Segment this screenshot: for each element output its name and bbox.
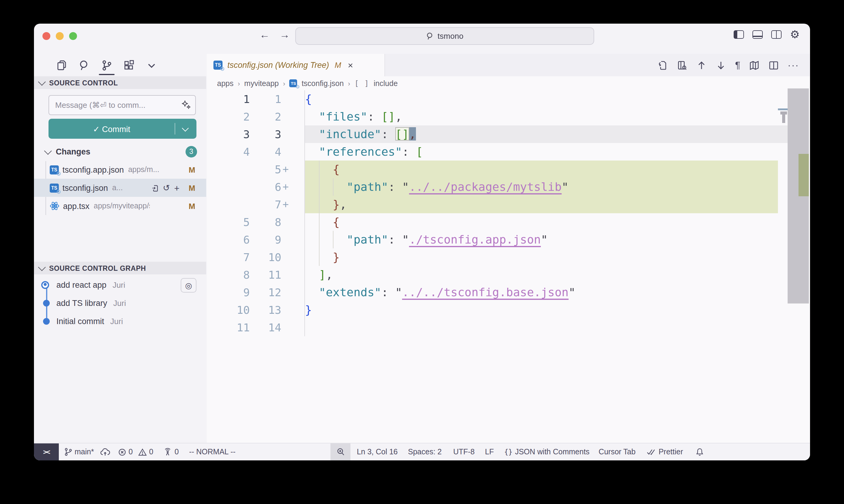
document-link[interactable]: ./tsconfig.app.json bbox=[409, 233, 541, 246]
vim-mode-indicator[interactable]: -- NORMAL -- bbox=[189, 448, 236, 456]
language-mode-item[interactable]: {} JSON with Comments bbox=[504, 448, 590, 456]
sparkle-ai-icon[interactable] bbox=[181, 100, 191, 110]
toggle-sidebar-icon[interactable] bbox=[734, 30, 744, 39]
code-line-4[interactable]: 44 "references": [ bbox=[207, 143, 810, 161]
commit-row-1[interactable]: add react appJuri◎ bbox=[34, 276, 206, 294]
commit-row-2[interactable]: add TS libraryJuri bbox=[34, 294, 206, 312]
zoom-magnifier-icon bbox=[337, 448, 345, 456]
modified-line-number: 2 bbox=[250, 108, 281, 125]
bell-icon[interactable] bbox=[695, 448, 704, 456]
commit-dropdown-button[interactable] bbox=[175, 126, 196, 131]
breadcrumb-separator: › bbox=[283, 80, 285, 87]
zoom-window-button[interactable] bbox=[69, 32, 77, 40]
code-line-3[interactable]: 33 "include": [], bbox=[207, 125, 810, 143]
code-line-8[interactable]: 58 { bbox=[207, 213, 810, 231]
breadcrumb-myviteapp[interactable]: myviteapp bbox=[244, 79, 279, 88]
tab-tsconfig-json[interactable]: TS⚙ tsconfig.json (Working Tree) M × bbox=[207, 54, 385, 76]
inline-view-icon[interactable] bbox=[677, 60, 688, 71]
remote-indicator[interactable]: >< bbox=[34, 443, 59, 461]
open-file-icon[interactable] bbox=[151, 184, 158, 192]
diff-added-marker: + bbox=[281, 161, 304, 178]
diff-added-marker bbox=[281, 90, 304, 108]
minimize-window-button[interactable] bbox=[56, 32, 64, 40]
ts-file-icon: TS⚙ bbox=[290, 79, 297, 87]
original-line-number: 9 bbox=[207, 284, 250, 301]
document-link[interactable]: ../../packages/mytslib bbox=[409, 180, 562, 193]
open-changes-icon[interactable] bbox=[657, 60, 669, 71]
diff-added-marker bbox=[281, 284, 304, 301]
modified-line-number: 4 bbox=[250, 143, 281, 161]
code-cell: "references": [ bbox=[304, 143, 810, 161]
source-control-graph-header[interactable]: SOURCE CONTROL GRAPH bbox=[34, 262, 206, 274]
command-center-search[interactable]: tsmono bbox=[295, 27, 594, 45]
source-control-icon[interactable] bbox=[101, 59, 113, 71]
code-line-11[interactable]: 811 ], bbox=[207, 266, 810, 284]
commit-button[interactable]: ✓ Commit bbox=[49, 119, 196, 139]
map-icon[interactable] bbox=[749, 60, 760, 71]
modified-line-number: 6 bbox=[250, 178, 281, 196]
diff-editor[interactable]: 11{22 "files": [],33 "include": [],44 "r… bbox=[207, 90, 810, 336]
code-line-9[interactable]: 69 "path": "./tsconfig.app.json" bbox=[207, 231, 810, 248]
nav-forward-icon[interactable]: → bbox=[279, 29, 290, 41]
toggle-panel-icon[interactable] bbox=[753, 30, 763, 39]
toggle-whitespace-icon[interactable]: ¶ bbox=[735, 60, 740, 71]
commit-message-input[interactable] bbox=[49, 95, 196, 115]
code-line-5[interactable]: 5+ { bbox=[207, 161, 810, 178]
file-name: app.tsx bbox=[63, 201, 89, 211]
code-cell: }, bbox=[304, 196, 810, 213]
code-line-13[interactable]: 1013} bbox=[207, 301, 810, 319]
formatter-item[interactable]: Prettier bbox=[646, 448, 683, 456]
code-line-2[interactable]: 22 "files": [], bbox=[207, 108, 810, 125]
toggle-secondary-sidebar-icon[interactable] bbox=[771, 30, 781, 39]
stage-changes-icon[interactable]: + bbox=[174, 184, 179, 192]
tab-close-icon[interactable]: × bbox=[348, 60, 353, 70]
changed-file-row-app.tsx[interactable]: app.tsxapps/myviteapp/sr...M bbox=[34, 197, 206, 215]
next-change-icon[interactable] bbox=[716, 60, 727, 71]
code-line-12[interactable]: 912 "extends": "../../tsconfig.base.json… bbox=[207, 284, 810, 301]
original-line-number: 2 bbox=[207, 108, 250, 125]
more-actions-icon[interactable]: ··· bbox=[788, 60, 799, 71]
vscode-window: ← → tsmono ⚙ bbox=[34, 24, 810, 461]
nav-back-icon[interactable]: ← bbox=[259, 29, 270, 41]
code-line-6[interactable]: 6+ "path": "../../packages/mytslib" bbox=[207, 178, 810, 196]
encoding-item[interactable]: UTF-8 bbox=[453, 448, 475, 456]
previous-change-icon[interactable] bbox=[696, 60, 707, 71]
ports-status-item[interactable]: 0 bbox=[163, 448, 179, 456]
breadcrumb-file[interactable]: tsconfig.json bbox=[302, 79, 344, 88]
zoom-indicator[interactable] bbox=[331, 443, 351, 461]
modified-badge: M bbox=[189, 201, 195, 211]
eol-item[interactable]: LF bbox=[485, 448, 494, 456]
changed-file-row-tsconfig.json[interactable]: TS⚙tsconfig.jsona...↺+M bbox=[34, 179, 206, 197]
changes-section-header[interactable]: Changes 3 bbox=[34, 144, 206, 159]
commit-row-3[interactable]: Initial commitJuri bbox=[34, 312, 206, 330]
modified-line-number: 13 bbox=[250, 301, 281, 319]
search-sidebar-icon[interactable] bbox=[78, 59, 90, 71]
cursor-position-item[interactable]: Ln 3, Col 16 bbox=[357, 448, 398, 456]
breadcrumb-apps[interactable]: apps bbox=[217, 79, 234, 88]
source-control-header[interactable]: SOURCE CONTROL bbox=[34, 76, 206, 89]
split-editor-icon[interactable] bbox=[768, 60, 779, 71]
explorer-files-icon[interactable] bbox=[56, 59, 68, 71]
code-line-1[interactable]: 11{ bbox=[207, 90, 810, 108]
file-name: tsconfig.app.json bbox=[63, 165, 124, 174]
discard-changes-icon[interactable]: ↺ bbox=[163, 184, 170, 192]
git-branch-icon bbox=[64, 448, 72, 456]
code-line-7[interactable]: 7+ }, bbox=[207, 196, 810, 213]
changes-label: Changes bbox=[56, 147, 90, 156]
extensions-icon[interactable] bbox=[123, 59, 135, 71]
document-link[interactable]: ../../tsconfig.base.json bbox=[402, 285, 568, 299]
indentation-item[interactable]: Spaces: 2 bbox=[408, 448, 442, 456]
code-line-14[interactable]: 1114 bbox=[207, 319, 810, 336]
cloud-upload-icon[interactable] bbox=[100, 448, 110, 456]
cursor-tab-item[interactable]: Cursor Tab bbox=[599, 448, 636, 456]
settings-gear-icon[interactable]: ⚙ bbox=[790, 30, 800, 39]
code-cell: "files": [], bbox=[304, 108, 810, 125]
checkout-target-button[interactable]: ◎ bbox=[181, 278, 196, 293]
breadcrumb-symbol[interactable]: include bbox=[374, 79, 398, 88]
branch-status-item[interactable]: main* bbox=[64, 448, 94, 456]
problems-status-item[interactable]: 0 0 bbox=[118, 448, 153, 456]
code-line-10[interactable]: 710 } bbox=[207, 248, 810, 266]
changed-file-row-tsconfig.app.json[interactable]: TS⚙tsconfig.app.jsonapps/m...M bbox=[34, 161, 206, 179]
close-window-button[interactable] bbox=[42, 32, 50, 40]
more-views-chevron-icon[interactable] bbox=[145, 59, 158, 71]
